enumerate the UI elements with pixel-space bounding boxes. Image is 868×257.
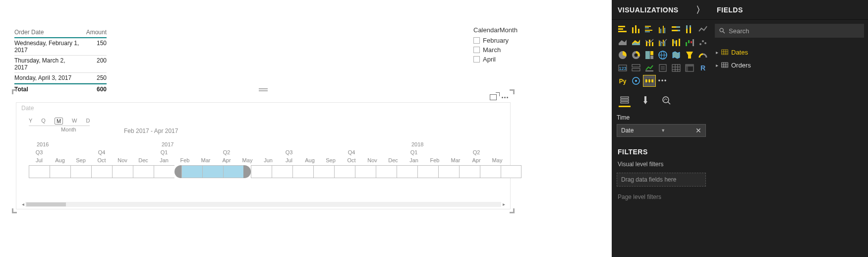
timeline-cell[interactable] bbox=[334, 165, 355, 178]
granularity-month[interactable]: M bbox=[55, 118, 63, 125]
stacked-area-chart-icon[interactable] bbox=[630, 37, 642, 48]
fields-tab-icon[interactable] bbox=[619, 93, 631, 107]
granularity-selector[interactable]: Y Q M W D bbox=[29, 118, 90, 126]
selection-corner[interactable] bbox=[510, 89, 515, 94]
visualizations-header[interactable]: VISUALIZATIONS 〉 bbox=[612, 0, 711, 20]
timeline-cell[interactable] bbox=[133, 165, 154, 178]
timeline-cell[interactable] bbox=[223, 165, 244, 178]
horizontal-scrollbar[interactable]: ◂ ▸ bbox=[20, 201, 506, 207]
timeline-cells[interactable] bbox=[29, 165, 521, 178]
timeline-cell[interactable] bbox=[313, 165, 334, 178]
visual-level-filters-dropzone[interactable]: Drag data fields here bbox=[617, 173, 706, 187]
matrix-icon[interactable] bbox=[684, 63, 695, 73]
more-options-icon[interactable] bbox=[502, 97, 510, 98]
timeline-cell[interactable] bbox=[501, 165, 521, 178]
scroll-track[interactable] bbox=[25, 202, 501, 207]
field-well-date[interactable]: Date ▼ ✕ bbox=[617, 124, 706, 137]
slicer-item[interactable]: February bbox=[473, 37, 543, 44]
table-row[interactable]: Monday, April 3, 2017 250 bbox=[14, 73, 107, 83]
line-clustered-column-icon[interactable] bbox=[657, 37, 669, 48]
clustered-column-chart-icon[interactable] bbox=[657, 24, 669, 35]
timeline-cell[interactable] bbox=[154, 165, 174, 178]
timeline-cell[interactable] bbox=[292, 165, 313, 178]
treemap-icon[interactable] bbox=[643, 50, 655, 61]
table-visual[interactable]: Order Date Amount Wednesday, February 1,… bbox=[14, 29, 107, 93]
scroll-left-icon[interactable]: ◂ bbox=[20, 202, 25, 207]
timeline-visual[interactable]: Date Y Q M W D Month Feb 2017 - Apr 2017… bbox=[12, 89, 515, 213]
table-icon[interactable] bbox=[670, 63, 682, 73]
range-end-handle[interactable] bbox=[243, 165, 251, 178]
pie-chart-icon[interactable] bbox=[617, 50, 629, 61]
line-stacked-column-icon[interactable] bbox=[643, 37, 655, 48]
expand-icon[interactable]: ▸ bbox=[716, 50, 718, 55]
timeline-cell[interactable] bbox=[438, 165, 459, 178]
granularity-year[interactable]: Y bbox=[29, 118, 32, 125]
timeline-cell[interactable] bbox=[355, 165, 376, 178]
field-table-orders[interactable]: ▸ Orders bbox=[716, 59, 863, 71]
fields-search-input[interactable]: Search bbox=[715, 24, 864, 38]
clustered-bar-chart-icon[interactable] bbox=[643, 24, 655, 35]
field-table-dates[interactable]: ▸ Dates bbox=[716, 46, 863, 59]
scroll-thumb[interactable] bbox=[26, 202, 66, 206]
ribbon-chart-icon[interactable] bbox=[670, 37, 682, 48]
line-chart-icon[interactable] bbox=[697, 24, 709, 35]
analytics-tab-icon[interactable] bbox=[660, 93, 672, 107]
table-row[interactable]: Wednesday, February 1, 2017 150 bbox=[14, 38, 107, 56]
hundred-stacked-bar-icon[interactable] bbox=[670, 24, 682, 35]
r-visual-icon[interactable]: R bbox=[697, 63, 709, 73]
filled-map-icon[interactable] bbox=[670, 50, 682, 61]
timeline-cell[interactable] bbox=[397, 165, 417, 178]
dropdown-icon[interactable]: ▼ bbox=[661, 128, 665, 133]
drag-grip-icon[interactable] bbox=[259, 88, 268, 91]
checkbox-icon[interactable] bbox=[473, 37, 480, 44]
waterfall-chart-icon[interactable] bbox=[684, 37, 695, 48]
timeline-cell[interactable] bbox=[29, 165, 50, 178]
timeline-cell[interactable] bbox=[480, 165, 501, 178]
timeline-cell[interactable] bbox=[417, 165, 438, 178]
timeline-cell[interactable] bbox=[112, 165, 133, 178]
timeline-cell[interactable] bbox=[376, 165, 397, 178]
kpi-icon[interactable] bbox=[643, 63, 655, 73]
slicer-calendarmonth[interactable]: CalendarMonth February March April bbox=[473, 26, 543, 65]
area-chart-icon[interactable] bbox=[617, 37, 629, 48]
range-start-handle[interactable] bbox=[174, 165, 182, 178]
checkbox-icon[interactable] bbox=[473, 47, 480, 53]
donut-chart-icon[interactable] bbox=[630, 50, 642, 61]
report-canvas[interactable]: Order Date Amount Wednesday, February 1,… bbox=[0, 0, 612, 257]
stacked-column-chart-icon[interactable] bbox=[630, 24, 642, 35]
granularity-day[interactable]: D bbox=[86, 118, 90, 125]
selection-corner[interactable] bbox=[12, 89, 17, 94]
checkbox-icon[interactable] bbox=[473, 56, 480, 63]
granularity-quarter[interactable]: Q bbox=[41, 118, 46, 125]
timeline-cell[interactable] bbox=[70, 165, 91, 178]
timeline-cell[interactable] bbox=[202, 165, 223, 178]
slicer-icon[interactable] bbox=[657, 63, 669, 73]
import-visual-icon[interactable]: ••• bbox=[657, 75, 669, 86]
collapse-pane-icon[interactable]: 〉 bbox=[696, 4, 705, 16]
table-row[interactable]: Thursday, March 2, 2017 200 bbox=[14, 56, 107, 73]
card-icon[interactable]: 123 bbox=[617, 63, 629, 73]
map-icon[interactable] bbox=[657, 50, 669, 61]
timeline-cell[interactable] bbox=[459, 165, 480, 178]
remove-field-icon[interactable]: ✕ bbox=[695, 127, 701, 134]
timeline-cell[interactable] bbox=[181, 165, 202, 178]
expand-icon[interactable]: ▸ bbox=[716, 63, 718, 68]
slicer-item[interactable]: March bbox=[473, 46, 543, 54]
timeline-cell[interactable] bbox=[91, 165, 112, 178]
slicer-item[interactable]: April bbox=[473, 56, 543, 63]
granularity-week[interactable]: W bbox=[72, 118, 77, 125]
custom-timeline-visual-icon[interactable] bbox=[643, 75, 655, 86]
focus-mode-icon[interactable] bbox=[490, 94, 497, 100]
funnel-icon[interactable] bbox=[684, 50, 695, 61]
stacked-bar-chart-icon[interactable] bbox=[617, 24, 629, 35]
scatter-chart-icon[interactable] bbox=[697, 37, 709, 48]
scroll-right-icon[interactable]: ▸ bbox=[501, 202, 506, 207]
timeline-cell[interactable] bbox=[272, 165, 292, 178]
fields-header[interactable]: FIELDS bbox=[711, 0, 868, 20]
python-visual-icon[interactable]: Py bbox=[617, 75, 629, 86]
format-tab-icon[interactable] bbox=[639, 93, 651, 107]
timeline-cell[interactable] bbox=[251, 165, 272, 178]
multi-row-card-icon[interactable] bbox=[630, 63, 642, 73]
hundred-stacked-column-icon[interactable] bbox=[684, 24, 695, 35]
gauge-icon[interactable] bbox=[697, 50, 709, 61]
